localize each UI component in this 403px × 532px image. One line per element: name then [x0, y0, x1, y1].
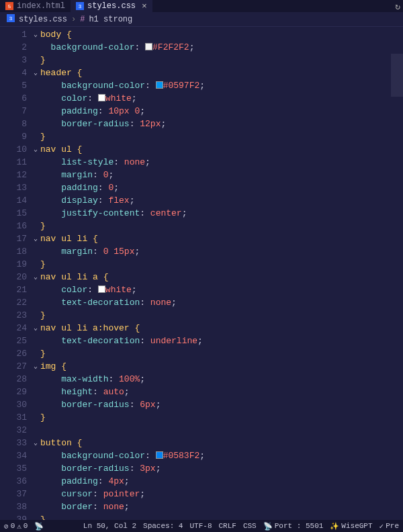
- code-line[interactable]: nav ul li a {: [40, 271, 403, 283]
- code-line[interactable]: color: white;: [40, 283, 403, 296]
- line-number: 9: [0, 130, 31, 143]
- fold-toggle[interactable]: ⌄: [31, 66, 40, 79]
- fold-toggle[interactable]: ⌄: [31, 143, 40, 156]
- line-number: 7: [0, 105, 31, 118]
- fold-toggle[interactable]: ⌄: [31, 232, 40, 245]
- code-line[interactable]: body {: [40, 28, 403, 41]
- breadcrumb: 3 styles.css › # h1 strong: [0, 12, 403, 27]
- code-content[interactable]: body { background-color: #F2F2F2;}header…: [40, 27, 403, 520]
- eol[interactable]: CRLF: [219, 522, 236, 530]
- breadcrumb-symbol[interactable]: h1 strong: [89, 15, 132, 24]
- fold-toggle[interactable]: ⌄: [31, 271, 40, 283]
- code-line[interactable]: nav ul {: [40, 143, 403, 156]
- fold-toggle: [31, 347, 40, 360]
- color-swatch[interactable]: [98, 285, 105, 293]
- code-line[interactable]: text-decoration: underline;: [40, 335, 403, 347]
- line-number: 24: [0, 322, 31, 335]
- fold-toggle: [31, 41, 40, 54]
- fold-toggle: [31, 283, 40, 296]
- line-number: 37: [0, 488, 31, 500]
- fold-toggle: [31, 220, 40, 232]
- prettier-indicator[interactable]: ✓ Pre: [379, 522, 399, 531]
- color-swatch[interactable]: [156, 451, 163, 459]
- code-line[interactable]: text-decoration: none;: [40, 296, 403, 309]
- code-line[interactable]: color: white;: [40, 92, 403, 105]
- code-line[interactable]: list-style: none;: [40, 156, 403, 169]
- tab-index-html[interactable]: 5 index.html: [0, 0, 71, 12]
- fold-toggle: [31, 500, 40, 513]
- code-line[interactable]: }: [40, 54, 403, 66]
- fold-toggle[interactable]: ⌄: [31, 28, 40, 41]
- line-number: 18: [0, 245, 31, 258]
- live-server-port[interactable]: 📡 Port : 5501: [263, 522, 324, 531]
- line-number: 20: [0, 271, 31, 283]
- close-icon[interactable]: ×: [142, 1, 147, 11]
- line-number: 22: [0, 296, 31, 309]
- fold-toggle: [31, 118, 40, 130]
- code-line[interactable]: max-width: 100%;: [40, 373, 403, 386]
- fold-toggle[interactable]: ⌄: [31, 360, 40, 373]
- radio-icon[interactable]: 📡: [34, 522, 44, 531]
- code-line[interactable]: }: [40, 309, 403, 322]
- code-line[interactable]: border: none;: [40, 500, 403, 513]
- code-line[interactable]: border-radius: 12px;: [40, 118, 403, 130]
- tab-label: index.html: [17, 1, 65, 11]
- code-line[interactable]: border-radius: 6px;: [40, 398, 403, 411]
- color-swatch[interactable]: [156, 81, 163, 89]
- refresh-icon[interactable]: ↻: [395, 1, 400, 12]
- editor-area[interactable]: 1234567891011121314151617181920212223242…: [0, 27, 403, 520]
- code-line[interactable]: }: [40, 258, 403, 271]
- code-line[interactable]: header {: [40, 66, 403, 79]
- breadcrumb-file[interactable]: styles.css: [19, 15, 67, 24]
- fold-toggle: [31, 309, 40, 322]
- minimap[interactable]: [391, 54, 403, 161]
- code-line[interactable]: }: [40, 220, 403, 232]
- code-line[interactable]: display: flex;: [40, 194, 403, 207]
- code-line[interactable]: img {: [40, 360, 403, 373]
- language-mode[interactable]: CSS: [243, 522, 257, 530]
- code-line[interactable]: nav ul li {: [40, 232, 403, 245]
- code-line[interactable]: background-color: #0597F2;: [40, 79, 403, 92]
- code-line[interactable]: padding: 0;: [40, 181, 403, 194]
- code-line[interactable]: nav ul li a:hover {: [40, 322, 403, 335]
- code-line[interactable]: height: auto;: [40, 386, 403, 398]
- code-line[interactable]: }: [40, 130, 403, 143]
- indent-setting[interactable]: Spaces: 4: [143, 522, 183, 530]
- code-line[interactable]: [40, 424, 403, 437]
- line-number: 15: [0, 207, 31, 220]
- code-line[interactable]: }: [40, 347, 403, 360]
- errors-indicator[interactable]: ⊘ 0 ⚠ 0: [4, 522, 28, 531]
- line-number: 6: [0, 92, 31, 105]
- tab-styles-css[interactable]: 3 styles.css ×: [71, 0, 152, 12]
- line-number: 29: [0, 386, 31, 398]
- fold-toggle: [31, 156, 40, 169]
- code-line[interactable]: margin: 0;: [40, 169, 403, 181]
- code-line[interactable]: padding: 4px;: [40, 475, 403, 488]
- line-number: 16: [0, 220, 31, 232]
- code-line[interactable]: background-color: #F2F2F2;: [40, 41, 403, 54]
- wisegpt-indicator[interactable]: ✨ WiseGPT: [330, 522, 372, 531]
- fold-toggle[interactable]: ⌄: [31, 437, 40, 449]
- fold-toggle: [31, 194, 40, 207]
- code-line[interactable]: justify-content: center;: [40, 207, 403, 220]
- code-line[interactable]: cursor: pointer;: [40, 488, 403, 500]
- fold-toggle: [31, 398, 40, 411]
- code-line[interactable]: margin: 0 15px;: [40, 245, 403, 258]
- fold-toggle: [31, 386, 40, 398]
- code-line[interactable]: button {: [40, 437, 403, 449]
- fold-toggle: [31, 475, 40, 488]
- color-swatch[interactable]: [98, 94, 105, 101]
- cursor-position[interactable]: Ln 50, Col 2: [83, 522, 136, 530]
- line-number: 3: [0, 54, 31, 66]
- encoding[interactable]: UTF-8: [189, 522, 212, 530]
- code-line[interactable]: background-color: #0583F2;: [40, 449, 403, 462]
- code-line[interactable]: }: [40, 411, 403, 424]
- color-swatch[interactable]: [145, 43, 152, 50]
- line-number: 30: [0, 398, 31, 411]
- line-number: 5: [0, 79, 31, 92]
- code-line[interactable]: padding: 10px 0;: [40, 105, 403, 118]
- code-line[interactable]: border-radius: 3px;: [40, 462, 403, 475]
- fold-toggle[interactable]: ⌄: [31, 322, 40, 335]
- sparkle-icon: ✨: [330, 522, 339, 531]
- fold-toggle: [31, 488, 40, 500]
